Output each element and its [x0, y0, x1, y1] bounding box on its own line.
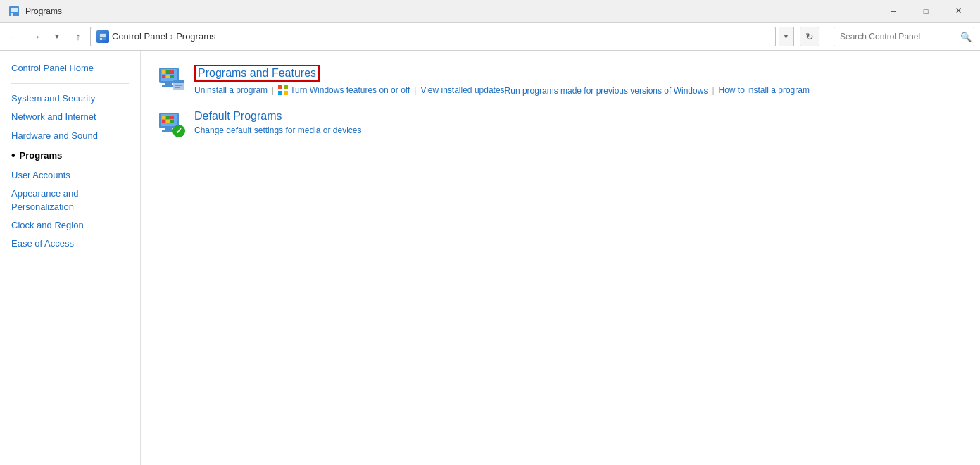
svg-rect-23 — [284, 91, 288, 95]
uninstall-program-link[interactable]: Uninstall a program — [194, 85, 268, 95]
programs-and-features-title[interactable]: Programs and Features — [194, 65, 320, 82]
breadcrumb-control-panel[interactable]: Control Panel — [112, 31, 168, 42]
programs-features-icon — [158, 65, 186, 93]
sidebar-item-user-accounts[interactable]: User Accounts — [0, 166, 140, 185]
svg-rect-2 — [11, 13, 13, 16]
sidebar: Control Panel Home System and Security N… — [0, 51, 141, 465]
svg-rect-10 — [162, 70, 165, 74]
sidebar-item-appearance-and-personalization[interactable]: Appearance and Personalization — [0, 185, 140, 216]
windows-features-icon — [278, 85, 288, 96]
sidebar-item-network-and-internet[interactable]: Network and Internet — [0, 108, 140, 126]
svg-rect-4 — [100, 34, 106, 37]
sidebar-divider-1 — [11, 83, 129, 84]
svg-rect-15 — [170, 75, 174, 78]
minimize-button[interactable]: ─ — [877, 0, 910, 23]
svg-rect-20 — [278, 85, 282, 89]
up-button[interactable]: ↑ — [69, 27, 87, 46]
how-to-install-link[interactable]: How to install a program — [719, 85, 810, 95]
svg-rect-9 — [162, 85, 175, 87]
svg-rect-32 — [166, 120, 170, 123]
svg-rect-12 — [170, 70, 174, 74]
control-panel-icon — [99, 32, 107, 41]
address-dropdown-button[interactable]: ▼ — [779, 27, 794, 46]
window-title: Programs — [25, 6, 62, 16]
svg-rect-29 — [166, 116, 170, 119]
svg-rect-8 — [165, 83, 172, 85]
svg-rect-21 — [284, 85, 288, 89]
dropdown-recent-button[interactable]: ▼ — [48, 27, 66, 46]
change-default-settings-link[interactable]: Change default settings for media or dev… — [194, 125, 361, 135]
sidebar-item-hardware-and-sound[interactable]: Hardware and Sound — [0, 127, 140, 145]
category-programs-and-features: Programs and Features Uninstall a progra… — [158, 65, 963, 96]
programs-features-svg — [158, 65, 186, 93]
default-programs-svg: ✓ — [158, 110, 186, 138]
svg-rect-30 — [170, 116, 174, 119]
title-bar: Programs ─ □ ✕ — [0, 0, 980, 23]
refresh-button[interactable]: ↻ — [800, 27, 819, 46]
sidebar-item-ease-of-access[interactable]: Ease of Access — [0, 235, 140, 253]
svg-rect-28 — [162, 116, 165, 119]
category-default-programs: ✓ Default Programs Change default settin… — [158, 110, 963, 138]
default-programs-title[interactable]: Default Programs — [194, 110, 361, 123]
svg-rect-5 — [100, 38, 102, 40]
window-icon — [8, 6, 20, 17]
address-field[interactable]: Control Panel › Programs — [90, 27, 776, 46]
sidebar-item-system-and-security[interactable]: System and Security — [0, 89, 140, 108]
main-layout: Control Panel Home System and Security N… — [0, 51, 980, 465]
programs-features-links: Uninstall a program | Turn Windows featu… — [194, 85, 810, 96]
turn-windows-features-link[interactable]: Turn Windows features on or off — [290, 85, 410, 95]
default-programs-links: Change default settings for media or dev… — [194, 125, 361, 135]
forward-button[interactable]: → — [27, 27, 45, 46]
svg-rect-13 — [162, 75, 165, 78]
programs-features-details: Programs and Features Uninstall a progra… — [194, 65, 810, 96]
svg-rect-18 — [175, 85, 182, 86]
svg-rect-19 — [175, 87, 180, 88]
svg-text:✓: ✓ — [175, 126, 182, 136]
breadcrumb-programs[interactable]: Programs — [176, 31, 215, 42]
default-programs-icon: ✓ — [158, 110, 186, 138]
svg-rect-22 — [278, 91, 282, 95]
svg-rect-14 — [166, 75, 170, 78]
svg-rect-1 — [11, 8, 18, 12]
default-programs-details: Default Programs Change default settings… — [194, 110, 361, 135]
back-button[interactable]: ← — [6, 27, 24, 46]
close-button[interactable]: ✕ — [942, 0, 974, 23]
sidebar-item-programs: Programs — [0, 145, 140, 166]
content-area: Programs and Features Uninstall a progra… — [141, 51, 980, 465]
address-bar: ← → ▼ ↑ Control Panel › Programs ▼ ↻ 🔍 — [0, 23, 980, 51]
sidebar-item-clock-and-region[interactable]: Clock and Region — [0, 216, 140, 235]
sidebar-item-control-panel-home[interactable]: Control Panel Home — [0, 59, 140, 78]
search-input[interactable] — [834, 27, 974, 46]
svg-rect-31 — [162, 120, 165, 123]
svg-rect-26 — [165, 128, 172, 130]
maximize-button[interactable]: □ — [910, 0, 942, 23]
run-programs-previous-link[interactable]: Run programs made for previous versions … — [505, 86, 708, 96]
svg-rect-33 — [170, 120, 174, 123]
window-controls: ─ □ ✕ — [877, 0, 974, 23]
svg-rect-17 — [173, 80, 184, 83]
view-installed-updates-link[interactable]: View installed updates — [420, 85, 504, 95]
search-box-wrap: 🔍 — [828, 27, 974, 46]
breadcrumb-icon — [96, 30, 109, 43]
svg-rect-11 — [166, 70, 170, 74]
search-button[interactable]: 🔍 — [960, 31, 972, 42]
